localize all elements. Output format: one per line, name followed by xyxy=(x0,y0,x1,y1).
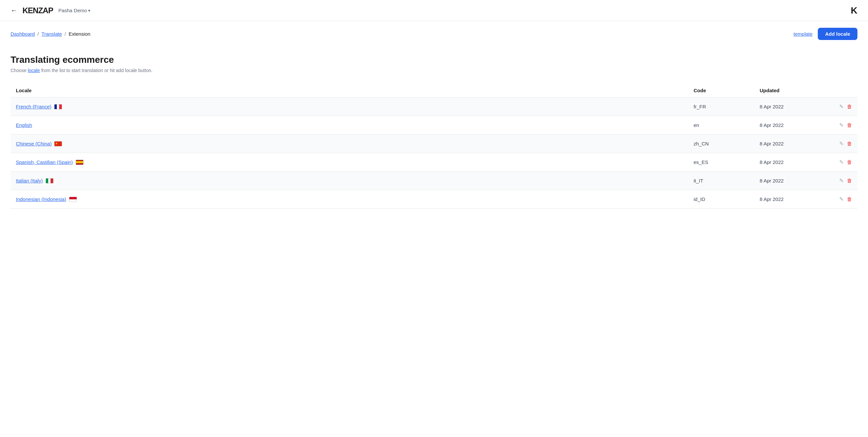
workspace-name: Pasha Demo xyxy=(58,8,87,13)
locale-updated: 8 Apr 2022 xyxy=(760,196,826,202)
workspace-selector[interactable]: Pasha Demo ▾ xyxy=(58,8,91,13)
delete-icon[interactable]: 🗑 xyxy=(847,178,852,184)
table-row: Chinese (China) zh_CN 8 Apr 2022 ✎ 🗑 xyxy=(10,135,858,153)
row-actions: ✎ 🗑 xyxy=(826,122,852,128)
delete-icon[interactable]: 🗑 xyxy=(847,159,852,165)
avatar: K xyxy=(851,5,858,16)
table-row: Spanish, Castilian (Spain) es_ES 8 Apr 2… xyxy=(10,153,858,172)
table-body: French (France) fr_FR 8 Apr 2022 ✎ 🗑 Eng… xyxy=(10,97,858,209)
flag-fr-icon xyxy=(54,104,62,109)
flag-cn-icon xyxy=(54,141,62,146)
locale-updated: 8 Apr 2022 xyxy=(760,178,826,183)
locale-code: es_ES xyxy=(693,159,760,165)
row-actions: ✎ 🗑 xyxy=(826,141,852,147)
row-actions: ✎ 🗑 xyxy=(826,177,852,184)
breadcrumb-current: Extension xyxy=(69,31,91,37)
locale-name-text: English xyxy=(16,122,32,128)
row-actions: ✎ 🗑 xyxy=(826,159,852,165)
locale-name-text: Italian (Italy) xyxy=(16,178,43,183)
edit-icon[interactable]: ✎ xyxy=(839,196,843,202)
add-locale-button[interactable]: Add locale xyxy=(818,28,858,40)
locale-updated: 8 Apr 2022 xyxy=(760,141,826,146)
row-actions: ✎ 🗑 xyxy=(826,104,852,110)
col-code: Code xyxy=(693,88,760,93)
edit-icon[interactable]: ✎ xyxy=(839,141,843,147)
breadcrumb-dashboard[interactable]: Dashboard xyxy=(10,31,35,37)
flag-id-icon xyxy=(69,197,77,202)
locale-updated: 8 Apr 2022 xyxy=(760,104,826,109)
page-title: Translating ecommerce xyxy=(10,55,858,65)
delete-icon[interactable]: 🗑 xyxy=(847,141,852,147)
col-locale: Locale xyxy=(16,88,693,93)
template-link[interactable]: template xyxy=(794,31,813,37)
breadcrumb: Dashboard / Translate / Extension xyxy=(10,31,91,37)
delete-icon[interactable]: 🗑 xyxy=(847,196,852,202)
delete-icon[interactable]: 🗑 xyxy=(847,104,852,110)
locale-name-text: Spanish, Castilian (Spain) xyxy=(16,159,73,165)
locale-code: en xyxy=(693,122,760,128)
breadcrumb-sep-1: / xyxy=(37,31,39,37)
table-row: French (France) fr_FR 8 Apr 2022 ✎ 🗑 xyxy=(10,97,858,116)
main-content: Translating ecommerce Choose locale from… xyxy=(0,47,868,216)
locale-name[interactable]: Indonesian (Indonesia) xyxy=(16,196,693,202)
flag-es-icon xyxy=(75,160,84,165)
locale-code: fr_FR xyxy=(693,104,760,109)
table-row: Italian (Italy) it_IT 8 Apr 2022 ✎ 🗑 xyxy=(10,172,858,190)
edit-icon[interactable]: ✎ xyxy=(839,177,843,184)
locale-name[interactable]: Italian (Italy) xyxy=(16,178,693,183)
page-subtitle: Choose locale from the list to start tra… xyxy=(10,68,858,73)
locale-code: zh_CN xyxy=(693,141,760,146)
locale-name-text: Indonesian (Indonesia) xyxy=(16,196,66,202)
col-updated: Updated xyxy=(760,88,826,93)
breadcrumb-actions: template Add locale xyxy=(794,28,858,40)
table-row: Indonesian (Indonesia) id_ID 8 Apr 2022 … xyxy=(10,190,858,209)
breadcrumb-sep-2: / xyxy=(65,31,66,37)
header: ← KENZAP Pasha Demo ▾ K xyxy=(0,0,868,21)
locale-name-text: Chinese (China) xyxy=(16,141,52,146)
flag-it-icon xyxy=(45,178,54,183)
header-left: ← KENZAP Pasha Demo ▾ xyxy=(10,6,90,15)
edit-icon[interactable]: ✎ xyxy=(839,122,843,128)
locale-name[interactable]: Chinese (China) xyxy=(16,141,693,146)
table-row: English en 8 Apr 2022 ✎ 🗑 xyxy=(10,116,858,135)
breadcrumb-translate[interactable]: Translate xyxy=(42,31,62,37)
edit-icon[interactable]: ✎ xyxy=(839,159,843,165)
locale-code: it_IT xyxy=(693,178,760,183)
locale-link[interactable]: locale xyxy=(28,68,40,73)
back-button[interactable]: ← xyxy=(10,7,17,14)
subtitle-prefix: Choose xyxy=(10,68,28,73)
row-actions: ✎ 🗑 xyxy=(826,196,852,202)
breadcrumb-bar: Dashboard / Translate / Extension templa… xyxy=(0,21,868,47)
delete-icon[interactable]: 🗑 xyxy=(847,122,852,128)
locale-code: id_ID xyxy=(693,196,760,202)
locale-name[interactable]: French (France) xyxy=(16,104,693,109)
table-header: Locale Code Updated xyxy=(10,84,858,97)
edit-icon[interactable]: ✎ xyxy=(839,104,843,110)
locale-updated: 8 Apr 2022 xyxy=(760,159,826,165)
locale-name-text: French (France) xyxy=(16,104,52,109)
subtitle-suffix: from the list to start translation or hi… xyxy=(40,68,153,73)
locale-name[interactable]: English xyxy=(16,122,693,128)
logo: KENZAP xyxy=(23,6,53,15)
locale-updated: 8 Apr 2022 xyxy=(760,122,826,128)
col-actions xyxy=(826,88,852,93)
locale-name[interactable]: Spanish, Castilian (Spain) xyxy=(16,159,693,165)
chevron-down-icon: ▾ xyxy=(88,8,90,13)
